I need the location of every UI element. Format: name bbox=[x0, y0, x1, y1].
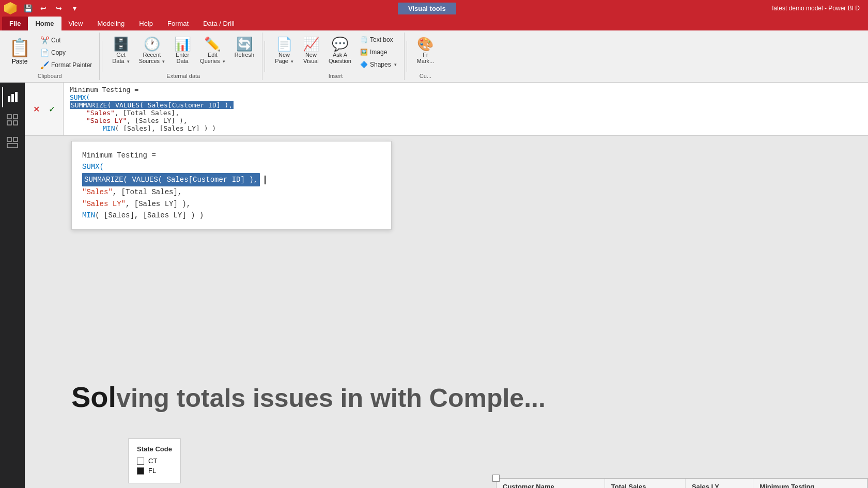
svg-rect-3 bbox=[7, 115, 11, 119]
text-box-button[interactable]: 🗒️ Text box bbox=[357, 35, 400, 45]
clipboard-group: 📋 Paste ✂️ Cut 📄 Copy 🖌️ Format Painter … bbox=[0, 33, 100, 80]
edit-queries-label: EditQueries ▾ bbox=[200, 52, 225, 64]
shapes-dropdown-icon: ▾ bbox=[394, 62, 397, 67]
recent-sources-button[interactable]: 🕐 RecentSources ▾ bbox=[135, 35, 168, 67]
edit-queries-button[interactable]: ✏️ EditQueries ▾ bbox=[196, 35, 229, 67]
state-filter: State Code CT FL bbox=[128, 438, 181, 483]
format-marker-label: FrMark... bbox=[417, 52, 435, 64]
format-painter-label: Format Painter bbox=[51, 61, 92, 69]
canvas-area: Minimum Testing = SUMX( SUMMARIZE( VALUE… bbox=[25, 136, 868, 488]
title-bar: 💾 ↩ ↪ ▾ Visual tools latest demo model -… bbox=[0, 0, 868, 17]
get-data-button[interactable]: 🗄️ GetData ▾ bbox=[109, 35, 133, 67]
main-content: ✕ ✓ Minimum Testing = SUMX( SUMMARIZE( V… bbox=[25, 83, 868, 488]
copy-button[interactable]: 📄 Copy bbox=[37, 47, 95, 58]
fl-checkbox[interactable] bbox=[137, 467, 144, 475]
refresh-button[interactable]: 🔄 Refresh bbox=[231, 35, 258, 60]
formula-input[interactable]: Minimum Testing = SUMX( SUMMARIZE( VALUE… bbox=[64, 83, 868, 135]
quick-access-dropdown[interactable]: ▾ bbox=[67, 1, 82, 15]
tab-modeling[interactable]: Modeling bbox=[90, 17, 132, 30]
fl-label: FL bbox=[148, 467, 156, 475]
enter-data-button[interactable]: 📊 EnterData bbox=[171, 35, 194, 67]
col-total-sales: Total Sales bbox=[605, 479, 685, 488]
window-title: latest demo model - Power BI D bbox=[772, 5, 860, 12]
enter-data-icon: 📊 bbox=[174, 37, 191, 51]
ct-checkbox[interactable] bbox=[137, 458, 144, 465]
tab-view[interactable]: View bbox=[61, 17, 90, 30]
shapes-button[interactable]: 🔷 Shapes ▾ bbox=[357, 59, 400, 70]
format-painter-button[interactable]: 🖌️ Format Painter bbox=[37, 59, 95, 71]
ribbon-tab-bar: File Home View Modeling Help Format Data… bbox=[0, 17, 868, 30]
external-data-content: 🗄️ GetData ▾ 🕐 RecentSources ▾ 📊 EnterDa… bbox=[109, 33, 258, 73]
text-box-label: Text box bbox=[370, 36, 393, 43]
tab-home[interactable]: Home bbox=[28, 17, 61, 30]
clipboard-right: ✂️ Cut 📄 Copy 🖌️ Format Painter bbox=[37, 35, 95, 71]
ask-question-label: Ask AQuestion bbox=[329, 52, 351, 64]
clipboard-content: 📋 Paste ✂️ Cut 📄 Copy 🖌️ Format Painter bbox=[4, 33, 95, 73]
ask-question-icon: 💬 bbox=[332, 37, 348, 51]
insert-group-label: Insert bbox=[329, 73, 343, 80]
tab-help[interactable]: Help bbox=[132, 17, 160, 30]
shapes-icon: 🔷 bbox=[360, 61, 368, 68]
code-editor[interactable]: Minimum Testing = SUMX( SUMMARIZE( VALUE… bbox=[71, 141, 392, 230]
svg-rect-9 bbox=[7, 144, 18, 148]
table-resize-handle[interactable] bbox=[492, 475, 500, 482]
ct-label: CT bbox=[148, 457, 157, 465]
undo-button[interactable]: ↩ bbox=[36, 1, 51, 15]
clipboard-group-label: Clipboard bbox=[38, 73, 62, 80]
col-sales-ly: Sales LY bbox=[685, 479, 753, 488]
customize-content: 🎨 FrMark... bbox=[413, 33, 438, 73]
app-layout: ✕ ✓ Minimum Testing = SUMX( SUMMARIZE( V… bbox=[0, 83, 868, 488]
sidebar-item-grid[interactable] bbox=[2, 109, 23, 130]
formula-cancel-button[interactable]: ✕ bbox=[29, 102, 43, 116]
formula-text-selected: SUMMARIZE( VALUES( Sales[Customer ID] ), bbox=[70, 101, 234, 109]
col-customer-name: Customer Name bbox=[497, 479, 605, 488]
text-box-icon: 🗒️ bbox=[360, 36, 368, 43]
state-item-fl: FL bbox=[137, 467, 172, 475]
recent-sources-label: RecentSources ▾ bbox=[139, 52, 165, 64]
formula-confirm-button[interactable]: ✓ bbox=[44, 102, 59, 116]
formula-text-line3: "Sales", [Total Sales], bbox=[70, 109, 179, 117]
refresh-label: Refresh bbox=[235, 52, 255, 58]
divider-2 bbox=[265, 41, 265, 72]
table-header-row: Customer Name Total Sales Sales LY Minim… bbox=[497, 479, 867, 488]
recent-sources-icon: 🕐 bbox=[144, 37, 160, 51]
image-button[interactable]: 🖼️ Image bbox=[357, 47, 400, 57]
tab-datadrill[interactable]: Data / Drill bbox=[196, 17, 242, 30]
cut-button[interactable]: ✂️ Cut bbox=[37, 35, 95, 46]
new-page-icon: 📄 bbox=[276, 37, 292, 51]
paste-button[interactable]: 📋 Paste bbox=[4, 35, 35, 68]
new-visual-button[interactable]: 📈 NewVisual bbox=[299, 35, 323, 67]
formula-text-line5: MIN( [Sales], [Sales LY] ) ) bbox=[70, 124, 216, 132]
redo-button[interactable]: ↪ bbox=[52, 1, 66, 15]
copy-icon: 📄 bbox=[40, 49, 49, 57]
cut-icon: ✂️ bbox=[40, 36, 49, 44]
visual-tools-badge: Visual tools bbox=[398, 3, 456, 14]
format-marker-icon: 🎨 bbox=[417, 37, 433, 51]
svg-rect-5 bbox=[7, 121, 11, 125]
svg-rect-1 bbox=[11, 94, 14, 102]
edit-queries-icon: ✏️ bbox=[204, 37, 221, 51]
sidebar-item-chart[interactable] bbox=[2, 87, 23, 107]
state-item-ct: CT bbox=[137, 457, 172, 465]
save-button[interactable]: 💾 bbox=[21, 1, 35, 15]
ask-question-button[interactable]: 💬 Ask AQuestion bbox=[325, 35, 355, 67]
enter-data-label: EnterData bbox=[176, 52, 189, 64]
title-bar-actions: 💾 ↩ ↪ ▾ bbox=[21, 1, 82, 15]
tab-format[interactable]: Format bbox=[160, 17, 196, 30]
image-label: Image bbox=[370, 49, 387, 56]
svg-rect-4 bbox=[13, 115, 18, 119]
format-marker-button[interactable]: 🎨 FrMark... bbox=[413, 35, 438, 67]
new-page-button[interactable]: 📄 NewPage ▾ bbox=[271, 35, 297, 67]
customize-group: 🎨 FrMark... Cu... bbox=[409, 33, 442, 80]
svg-rect-0 bbox=[8, 96, 10, 102]
sidebar-item-component[interactable] bbox=[2, 132, 23, 153]
state-filter-title: State Code bbox=[137, 445, 172, 453]
left-sidebar bbox=[0, 83, 25, 488]
shapes-label: Shapes bbox=[370, 61, 391, 68]
copy-label: Copy bbox=[51, 49, 66, 56]
svg-rect-2 bbox=[15, 92, 18, 102]
app-logo bbox=[4, 2, 17, 14]
divider-1 bbox=[102, 41, 102, 72]
tab-file[interactable]: File bbox=[2, 17, 28, 30]
formula-bar: ✕ ✓ Minimum Testing = SUMX( SUMMARIZE( V… bbox=[25, 83, 868, 136]
